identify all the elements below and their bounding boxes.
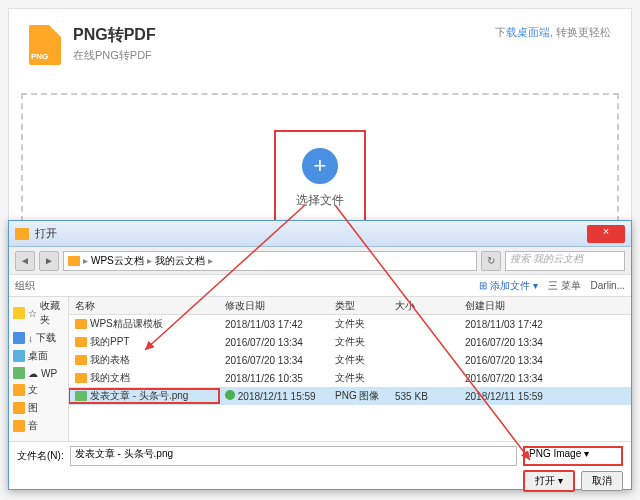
- back-button[interactable]: ◄: [15, 251, 35, 271]
- user-label: Darlin...: [591, 280, 625, 291]
- add-file-link[interactable]: ⊞ 添加文件 ▾: [479, 279, 538, 293]
- dialog-nav: ◄ ► ▸ WPS云文档 ▸ 我的云文档 ▸ ↻ 搜索 我的云文档: [9, 247, 631, 275]
- search-input[interactable]: 搜索 我的云文档: [505, 251, 625, 271]
- file-row[interactable]: 发表文章 - 头条号.png 2018/12/11 15:59PNG 图像535…: [69, 387, 631, 405]
- sidebar-item[interactable]: 音: [9, 417, 68, 435]
- sidebar: ☆ 收藏夹 ↓ 下载 桌面 ☁ WP 文 图 音: [9, 297, 69, 441]
- close-button[interactable]: ×: [587, 225, 625, 243]
- file-row[interactable]: WPS精品课模板2018/11/03 17:42文件夹2018/11/03 17…: [69, 315, 631, 333]
- file-row[interactable]: 我的PPT2016/07/20 13:34文件夹2016/07/20 13:34: [69, 333, 631, 351]
- folder-icon: [15, 228, 29, 240]
- sidebar-item[interactable]: ☆ 收藏夹: [9, 297, 68, 329]
- file-list: 名称 修改日期 类型 大小 创建日期 WPS精品课模板2018/11/03 17…: [69, 297, 631, 441]
- dialog-footer: 文件名(N): 发表文章 - 头条号.png PNG Image ▾ 打开 ▾ …: [9, 441, 631, 491]
- file-row[interactable]: 我的表格2016/07/20 13:34文件夹2016/07/20 13:34: [69, 351, 631, 369]
- column-headers[interactable]: 名称 修改日期 类型 大小 创建日期: [69, 297, 631, 315]
- cancel-button[interactable]: 取消: [581, 471, 623, 491]
- refresh-button[interactable]: ↻: [481, 251, 501, 271]
- sidebar-item[interactable]: 图: [9, 399, 68, 417]
- forward-button[interactable]: ►: [39, 251, 59, 271]
- dialog-titlebar[interactable]: 打开 ×: [9, 221, 631, 247]
- page-subtitle: 在线PNG转PDF: [73, 48, 483, 63]
- sidebar-item[interactable]: 文: [9, 381, 68, 399]
- organize-menu[interactable]: 组织: [15, 279, 35, 293]
- sidebar-item[interactable]: ☁ WP: [9, 365, 68, 381]
- breadcrumb[interactable]: ▸ WPS云文档 ▸ 我的云文档 ▸: [63, 251, 477, 271]
- filetype-select[interactable]: PNG Image ▾: [523, 446, 623, 466]
- sidebar-item[interactable]: ↓ 下载: [9, 329, 68, 347]
- download-desktop-link[interactable]: 下载桌面端, 转换更轻松: [495, 25, 611, 40]
- plus-icon: +: [302, 148, 338, 184]
- select-file-button[interactable]: + 选择文件: [274, 130, 366, 227]
- dialog-toolbar: 组织 ⊞ 添加文件 ▾ 三 菜单 Darlin...: [9, 275, 631, 297]
- sidebar-item[interactable]: 桌面: [9, 347, 68, 365]
- open-button[interactable]: 打开 ▾: [523, 470, 575, 492]
- page-title: PNG转PDF: [73, 25, 483, 46]
- filename-input[interactable]: 发表文章 - 头条号.png: [70, 446, 517, 466]
- file-open-dialog: 打开 × ◄ ► ▸ WPS云文档 ▸ 我的云文档 ▸ ↻ 搜索 我的云文档 组…: [8, 220, 632, 490]
- file-row[interactable]: 我的文档2018/11/26 10:35文件夹2016/07/20 13:34: [69, 369, 631, 387]
- png-file-icon: PNG: [29, 25, 61, 65]
- view-menu[interactable]: 三 菜单: [548, 279, 581, 293]
